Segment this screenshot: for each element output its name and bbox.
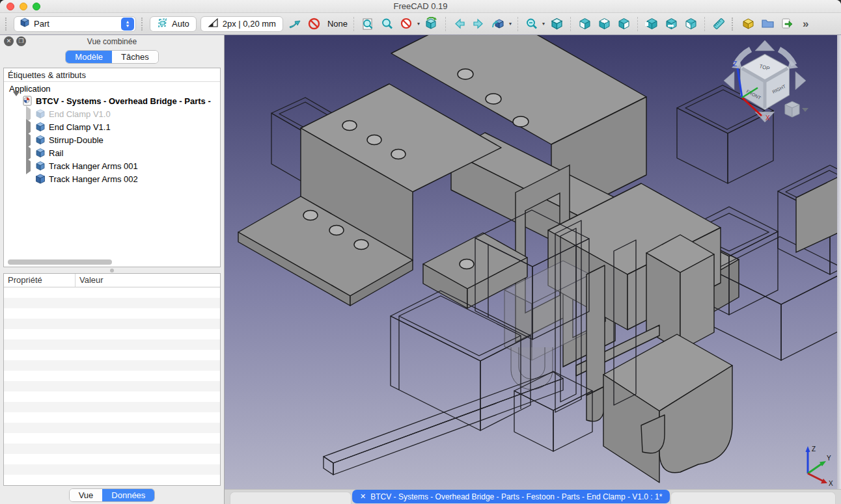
view-front-icon[interactable]: [577, 16, 592, 32]
viewport-right-edge: [837, 35, 841, 489]
zoom-selection-icon[interactable]: [379, 16, 395, 32]
link-navigate-caret-icon[interactable]: ▾: [509, 21, 512, 27]
panel-close-icon[interactable]: ✕: [4, 36, 14, 46]
toolbar-overflow-chevron[interactable]: »: [800, 18, 811, 31]
selection-filter-label[interactable]: None: [327, 19, 348, 29]
refresh-view-icon[interactable]: [424, 16, 439, 32]
axonometric-view-icon[interactable]: [549, 16, 564, 32]
tab-bar-track: [670, 492, 836, 504]
toolbar: Part ▲▼ Auto 2px | 0,20 mm None: [0, 13, 841, 35]
nav-arrow-left-icon[interactable]: [724, 72, 734, 90]
nav-back-icon[interactable]: [452, 16, 467, 32]
panel-float-icon[interactable]: ❐: [16, 36, 26, 46]
toolbar-drag-handle[interactable]: [5, 18, 8, 31]
window-title: FreeCAD 0.19: [0, 0, 841, 12]
axis-cross: Z Y X: [795, 443, 836, 486]
workbench-popup-arrows-icon: ▲▼: [121, 18, 134, 31]
minimize-window-button[interactable]: [20, 3, 27, 10]
toolbar-drag-handle[interactable]: [141, 18, 145, 31]
view-bottom-icon[interactable]: [663, 16, 679, 32]
nav-forward-icon[interactable]: [471, 16, 487, 32]
tree-item[interactable]: End Clamp V1.1: [4, 120, 220, 133]
collapsed-arrow-icon[interactable]: [26, 148, 33, 158]
tab-view[interactable]: Vue: [70, 489, 103, 501]
tree-item-document[interactable]: BTCV - Systems - Overhead Bridge - Parts…: [4, 94, 220, 107]
navigation-cube[interactable]: TOP FRONT RIGHT Z X: [720, 38, 810, 129]
tree-item-label: Stirrup-Double: [49, 135, 103, 145]
tree-item-label: Track Hanger Arms 001: [49, 161, 138, 171]
tree-item[interactable]: Track Hanger Arms 001: [4, 159, 220, 172]
workbench-selector[interactable]: Part ▲▼: [14, 16, 136, 32]
panel-splitter-handle[interactable]: [0, 267, 224, 273]
collapsed-arrow-icon[interactable]: [26, 109, 33, 119]
tab-tasks[interactable]: Tâches: [112, 51, 158, 63]
tab-bar-track: [230, 492, 352, 504]
3d-viewport[interactable]: TOP FRONT RIGHT Z X: [225, 35, 841, 504]
part-link-icon: [35, 161, 46, 171]
part-link-icon: [35, 122, 46, 132]
cube-part-icon: [35, 174, 46, 184]
axis-y-label: Y: [827, 455, 831, 462]
tree-root-application[interactable]: Application: [4, 82, 220, 94]
toolbar-separator: [637, 17, 638, 31]
zoom-window-button[interactable]: [33, 3, 40, 10]
nav-cube-body[interactable]: TOP FRONT RIGHT: [741, 55, 789, 109]
view-rear-icon[interactable]: [644, 16, 659, 32]
toolbar-drag-handle[interactable]: [732, 18, 735, 31]
nav-arrow-up-icon[interactable]: [755, 40, 775, 51]
nav-cube-menu-icon[interactable]: [785, 101, 808, 117]
zoom-tools-icon[interactable]: [524, 16, 540, 32]
tree-item[interactable]: Track Hanger Arms 002: [4, 172, 220, 185]
panel-header: ✕ ❐ Vue combinée: [0, 35, 224, 48]
collapsed-arrow-icon[interactable]: [26, 135, 33, 145]
line-width-button[interactable]: 2px | 0,20 mm: [200, 16, 283, 32]
tab-data[interactable]: Données: [102, 489, 154, 501]
appearance-arrow-icon[interactable]: [287, 16, 303, 32]
tree-column-header: Étiquettes & attributs: [4, 68, 220, 82]
value-column-header[interactable]: Valeur: [76, 274, 220, 287]
view-top-icon[interactable]: [596, 16, 612, 32]
freecad-window: FreeCAD 0.19 Part ▲▼ Auto 2px | 0,20 mm: [0, 0, 841, 504]
tree-horizontal-scrollbar[interactable]: [8, 259, 112, 265]
export-icon[interactable]: [779, 16, 795, 32]
part-yellow-icon[interactable]: [740, 16, 756, 32]
part-link-icon: [35, 109, 46, 119]
draw-style-icon[interactable]: [399, 16, 415, 32]
panel-title: Vue combinée: [0, 35, 224, 48]
toolbar-separator: [353, 17, 354, 31]
tree-item[interactable]: Stirrup-Double: [4, 133, 220, 146]
document-tab-close-icon[interactable]: ✕: [360, 492, 366, 501]
auto-button-label: Auto: [172, 19, 189, 29]
tree-item[interactable]: End Clamp V1.0: [4, 107, 220, 120]
draw-style-caret-icon[interactable]: ▾: [417, 21, 420, 27]
selection-filter-icon[interactable]: [307, 16, 322, 32]
part-link-icon: [35, 148, 46, 158]
tree-item-label: End Clamp V1.0: [49, 109, 111, 119]
property-editor: Propriété Valeur: [3, 273, 221, 486]
measure-icon[interactable]: [711, 16, 726, 32]
document-tab[interactable]: ✕ BTCV - Systems - Overhead Bridge - Par…: [352, 490, 670, 503]
collapsed-arrow-icon[interactable]: [26, 122, 33, 132]
view-left-icon[interactable]: [683, 16, 698, 32]
nav-arrow-right-icon[interactable]: [795, 72, 806, 90]
tree-item-label: Rail: [49, 148, 63, 158]
tree-item[interactable]: Rail: [4, 146, 220, 159]
tree-item-label: Track Hanger Arms 002: [49, 174, 138, 184]
titlebar: FreeCAD 0.19: [0, 0, 841, 13]
collapsed-arrow-icon[interactable]: [26, 161, 33, 171]
line-width-label: 2px | 0,20 mm: [223, 19, 276, 29]
property-column-header[interactable]: Propriété: [4, 274, 76, 287]
sketch-auto-button[interactable]: Auto: [150, 16, 197, 32]
model-tree: Étiquettes & attributs Application BTCV …: [3, 68, 221, 267]
link-navigate-icon[interactable]: [491, 16, 506, 32]
toolbar-separator: [704, 17, 705, 31]
toolbar-separator: [445, 17, 446, 31]
close-window-button[interactable]: [7, 3, 14, 10]
zoom-tools-caret-icon[interactable]: ▾: [542, 21, 545, 27]
axis-x-label: X: [829, 480, 833, 486]
fit-all-icon[interactable]: [360, 16, 376, 32]
expanded-arrow-icon[interactable]: [13, 96, 20, 106]
folder-open-icon[interactable]: [760, 16, 775, 32]
view-right-icon[interactable]: [616, 16, 631, 32]
tab-model[interactable]: Modèle: [66, 51, 112, 63]
